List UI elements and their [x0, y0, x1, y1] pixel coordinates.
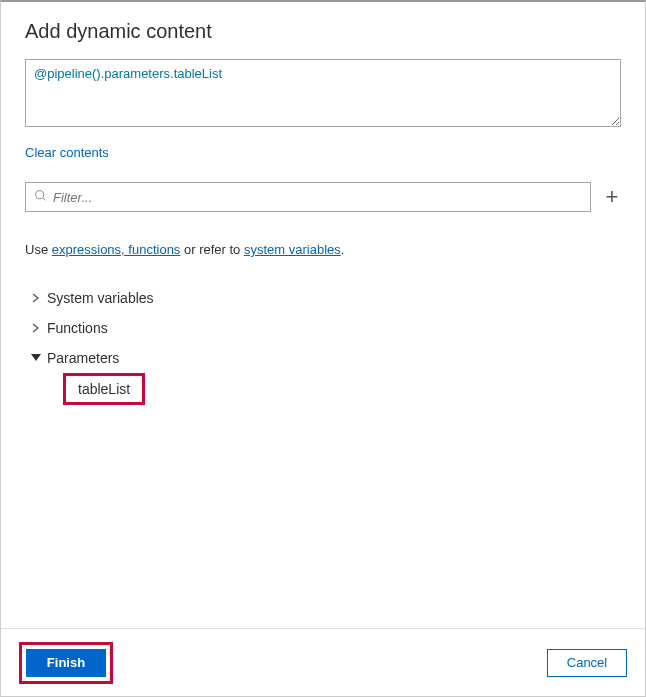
parameter-label: tableList	[78, 381, 130, 397]
tree-node-parameters[interactable]: Parameters	[25, 343, 621, 373]
tree-leaf-wrapper: tableList	[25, 373, 621, 403]
svg-line-1	[43, 198, 46, 201]
tree-label: System variables	[47, 290, 154, 306]
finish-button[interactable]: Finish	[26, 649, 106, 677]
cancel-button[interactable]: Cancel	[547, 649, 627, 677]
expressions-functions-link[interactable]: expressions, functions	[52, 242, 181, 257]
expression-textarea[interactable]	[25, 59, 621, 127]
help-suffix: .	[341, 242, 345, 257]
tree-label: Functions	[47, 320, 108, 336]
tree-label: Parameters	[47, 350, 119, 366]
add-icon[interactable]: +	[603, 186, 621, 208]
tree-node-system-variables[interactable]: System variables	[25, 283, 621, 313]
filter-input[interactable]	[53, 190, 582, 205]
system-variables-link[interactable]: system variables	[244, 242, 341, 257]
filter-box[interactable]	[25, 182, 591, 212]
search-icon	[34, 188, 47, 206]
finish-highlight: Finish	[19, 642, 113, 684]
chevron-down-icon	[29, 354, 43, 362]
help-prefix: Use	[25, 242, 52, 257]
page-title: Add dynamic content	[25, 20, 621, 43]
parameter-item-tablelist[interactable]: tableList	[63, 373, 145, 405]
chevron-right-icon	[29, 293, 43, 303]
chevron-right-icon	[29, 323, 43, 333]
help-text: Use expressions, functions or refer to s…	[25, 242, 621, 257]
dialog-footer: Finish Cancel	[1, 628, 645, 696]
clear-contents-link[interactable]: Clear contents	[25, 145, 109, 160]
filter-row: +	[25, 182, 621, 212]
help-mid: or refer to	[180, 242, 244, 257]
tree-node-functions[interactable]: Functions	[25, 313, 621, 343]
content-tree: System variables Functions Parameters ta…	[25, 283, 621, 403]
svg-point-0	[36, 191, 44, 199]
